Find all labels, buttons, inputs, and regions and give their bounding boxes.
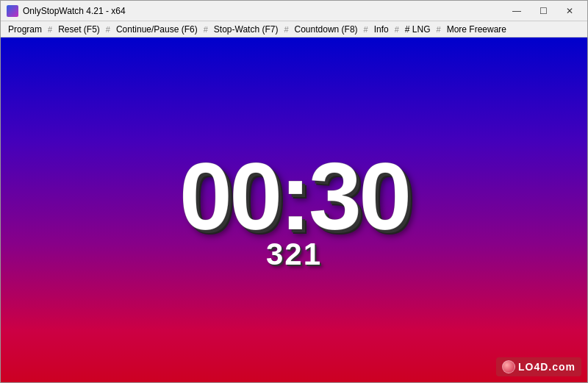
- app-icon: [7, 5, 18, 17]
- title-bar-left: OnlyStopWatch 4.21 - x64: [7, 5, 126, 17]
- menu-info[interactable]: Info: [370, 23, 393, 36]
- menu-continue-pause[interactable]: Continue/Pause (F6): [112, 23, 202, 36]
- watermark-globe-icon: [502, 360, 515, 373]
- minimize-button[interactable]: —: [505, 4, 528, 18]
- menu-program[interactable]: Program: [4, 23, 46, 36]
- main-content: 00:30 321 LO4D.com: [1, 37, 587, 382]
- menu-lng[interactable]: # LNG: [401, 23, 435, 36]
- close-button[interactable]: ✕: [558, 4, 581, 18]
- timer-display: 00:30 321: [179, 148, 409, 272]
- menu-reset[interactable]: Reset (F5): [54, 23, 104, 36]
- timer-sub: 321: [266, 237, 322, 272]
- title-bar: OnlyStopWatch 4.21 - x64 — ☐ ✕: [1, 1, 587, 21]
- menu-countdown[interactable]: Countdown (F8): [290, 23, 362, 36]
- watermark: LO4D.com: [496, 357, 581, 376]
- application-window: OnlyStopWatch 4.21 - x64 — ☐ ✕ Program #…: [0, 0, 588, 383]
- timer-main: 00:30: [179, 148, 409, 244]
- menu-more-freeware[interactable]: More Freeware: [442, 23, 511, 36]
- maximize-button[interactable]: ☐: [531, 4, 555, 18]
- menu-bar: Program # Reset (F5) # Continue/Pause (F…: [1, 21, 587, 37]
- menu-stopwatch[interactable]: Stop-Watch (F7): [209, 23, 283, 36]
- window-controls: — ☐ ✕: [505, 4, 581, 18]
- window-title: OnlyStopWatch 4.21 - x64: [23, 6, 126, 16]
- watermark-text: LO4D.com: [518, 361, 576, 373]
